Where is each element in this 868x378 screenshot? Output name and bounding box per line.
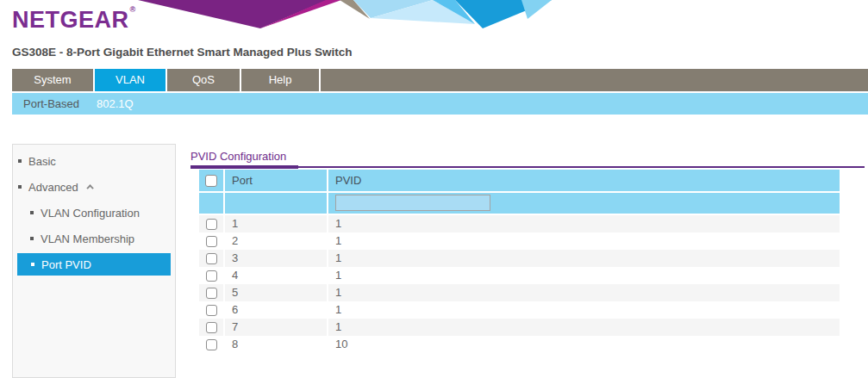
content: Basic Advanced VLAN Configuration VLAN M… <box>0 144 868 378</box>
sidebar-item-label: VLAN Configuration <box>41 207 140 220</box>
sidebar-item-basic[interactable]: Basic <box>16 148 171 174</box>
pvid-cell: 1 <box>328 232 840 250</box>
port-cell: 1 <box>225 215 327 232</box>
sidebar-item-label: VLAN Membership <box>41 232 134 245</box>
logo-text: NETGEAR <box>12 7 129 33</box>
table-row: 3 1 <box>199 250 840 267</box>
decorative-banner <box>129 0 552 28</box>
sidebar-item-label: Port PVID <box>41 258 91 271</box>
bullet-icon <box>31 263 34 266</box>
column-header-pvid: PVID <box>328 170 840 191</box>
row-checkbox[interactable] <box>206 288 217 299</box>
tab-vlan[interactable]: VLAN <box>95 69 167 91</box>
port-cell: 8 <box>225 336 327 353</box>
bullet-icon <box>18 185 22 189</box>
tab-help[interactable]: Help <box>241 69 321 91</box>
port-cell: 4 <box>225 267 327 284</box>
port-cell: 3 <box>225 250 327 267</box>
table-row: 2 1 <box>199 232 840 250</box>
section-title: PVID Configuration <box>190 144 865 168</box>
table-filter-row <box>199 193 840 214</box>
registered-mark: ® <box>130 5 136 14</box>
filter-port-cell <box>225 193 327 214</box>
netgear-logo: NETGEAR® <box>12 5 136 34</box>
filter-checkbox-cell <box>199 193 223 214</box>
bullet-icon <box>30 211 34 214</box>
sidebar-item-port-pvid[interactable]: Port PVID <box>17 253 171 276</box>
row-checkbox[interactable] <box>206 305 217 316</box>
table-row: 4 1 <box>199 267 840 284</box>
bullet-icon <box>18 159 22 163</box>
top-nav: System VLAN QoS Help <box>12 69 868 91</box>
sidebar-item-label: Basic <box>28 155 56 168</box>
filter-pvid-cell <box>328 193 840 214</box>
tab-system[interactable]: System <box>12 69 95 91</box>
row-checkbox[interactable] <box>206 253 217 264</box>
chevron-up-icon <box>86 184 93 191</box>
pvid-cell: 1 <box>328 301 840 319</box>
row-checkbox[interactable] <box>206 219 217 230</box>
sidebar-item-label: Advanced <box>28 181 78 194</box>
pvid-cell: 1 <box>328 267 840 284</box>
bullet-icon <box>30 237 34 240</box>
sidebar-item-vlan-configuration[interactable]: VLAN Configuration <box>16 200 171 226</box>
table-row: 7 1 <box>199 319 840 336</box>
sidebar-item-vlan-membership[interactable]: VLAN Membership <box>16 226 171 251</box>
subnav-item-port-based[interactable]: Port-Based <box>15 93 88 115</box>
row-checkbox[interactable] <box>206 270 217 282</box>
pvid-cell: 10 <box>328 336 840 353</box>
device-title: GS308E - 8-Port Gigabit Ethernet Smart M… <box>12 46 353 59</box>
row-checkbox[interactable] <box>206 236 217 247</box>
port-cell: 7 <box>225 319 327 336</box>
pvid-table: Port PVID 1 1 2 <box>199 170 840 353</box>
sub-nav: Port-Based 802.1Q <box>12 93 868 115</box>
sidebar: Basic Advanced VLAN Configuration VLAN M… <box>12 144 176 378</box>
port-cell: 6 <box>225 301 327 319</box>
subnav-item-8021q[interactable]: 802.1Q <box>88 93 142 115</box>
port-cell: 5 <box>225 284 327 301</box>
sidebar-item-advanced[interactable]: Advanced <box>16 174 171 200</box>
table-row: 8 10 <box>199 336 840 353</box>
main-content: PVID Configuration Port PVID <box>190 144 868 378</box>
pvid-filter-input[interactable] <box>335 195 490 211</box>
pvid-cell: 1 <box>328 250 840 267</box>
page: NETGEAR® GS308E - 8-Port Gigabit Etherne… <box>0 0 868 378</box>
row-checkbox[interactable] <box>206 322 217 333</box>
header-checkbox-cell <box>199 170 223 191</box>
row-checkbox[interactable] <box>206 339 217 350</box>
port-cell: 2 <box>225 232 327 250</box>
tab-qos[interactable]: QoS <box>167 69 241 91</box>
table-row: 6 1 <box>199 301 840 319</box>
table-row: 1 1 <box>199 215 840 232</box>
column-header-port: Port <box>225 170 327 191</box>
header: NETGEAR® GS308E - 8-Port Gigabit Etherne… <box>0 0 868 69</box>
table-header-row: Port PVID <box>199 170 840 191</box>
table-row: 5 1 <box>199 284 840 301</box>
section-title-text: PVID Configuration <box>190 150 298 169</box>
select-all-checkbox[interactable] <box>205 175 217 187</box>
pvid-cell: 1 <box>328 215 840 232</box>
nav-filler <box>321 69 868 91</box>
pvid-cell: 1 <box>328 319 840 336</box>
pvid-cell: 1 <box>328 284 840 301</box>
